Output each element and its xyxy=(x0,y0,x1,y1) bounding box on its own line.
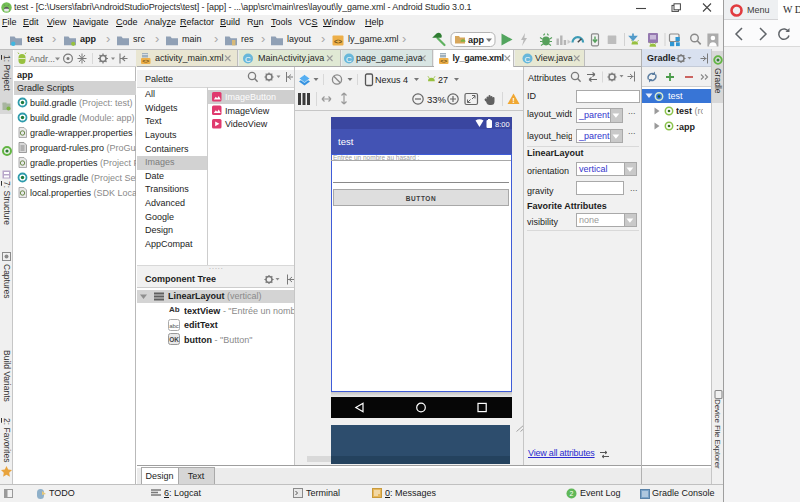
svg-text:2: 2 xyxy=(570,490,574,497)
svg-text:app: app xyxy=(468,35,485,45)
svg-text:27: 27 xyxy=(438,75,448,85)
svg-text:8:00: 8:00 xyxy=(495,120,510,129)
svg-text:<>: <> xyxy=(142,58,150,64)
svg-text:OK: OK xyxy=(169,336,179,343)
svg-text:33%: 33% xyxy=(427,94,447,105)
svg-text:Nexus 4: Nexus 4 xyxy=(375,75,408,85)
svg-text:<>: <> xyxy=(334,38,342,45)
svg-text:abc: abc xyxy=(169,322,179,328)
svg-text:!: ! xyxy=(512,96,515,105)
svg-text:Andr...: Andr... xyxy=(29,54,55,64)
svg-text:C: C xyxy=(245,55,251,64)
